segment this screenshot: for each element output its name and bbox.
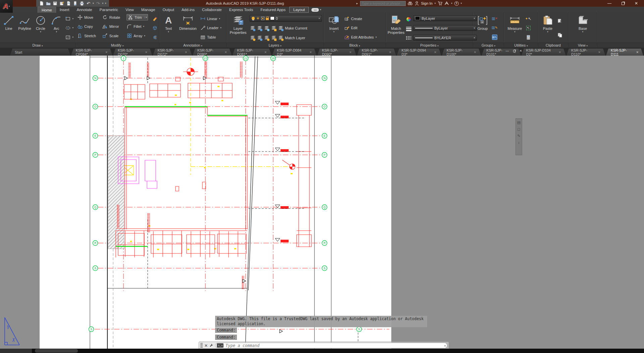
base-dropdown[interactable]: ▾ (582, 31, 584, 33)
leader-button[interactable]: Leader▾ (200, 25, 225, 31)
select-similar-button[interactable]: ✦↖ (526, 16, 531, 21)
match-properties-button[interactable]: Match Properties (388, 13, 404, 43)
circle-button[interactable]: Circle ▾ (34, 13, 48, 43)
leader-dropdown[interactable]: ▾ (220, 27, 221, 29)
tab-output[interactable]: Output (159, 7, 178, 13)
help-search-input[interactable] (360, 1, 406, 6)
group-edit-button[interactable]: ⊞✎ (492, 25, 497, 31)
application-menu-button[interactable]: A ▾ (0, 0, 13, 13)
panel-label-clipboard[interactable]: Clipboard (538, 43, 568, 48)
ribbon-display-toggle[interactable]: ••• (311, 8, 319, 12)
dimension-button[interactable]: Dimension (178, 13, 198, 43)
close-button[interactable]: ✕ (635, 1, 638, 5)
offset-button[interactable] (152, 35, 157, 40)
tab-close-icon[interactable]: ✕ (225, 51, 227, 54)
text-dropdown[interactable]: ▾ (168, 31, 169, 33)
tab-express-tools[interactable]: Express Tools (226, 7, 257, 13)
make-current-button[interactable]: Make Current (250, 25, 322, 31)
stretch-button[interactable]: Stretch (77, 33, 98, 39)
lineweight-icon[interactable] (406, 27, 411, 31)
minimize-button[interactable]: — (607, 1, 611, 5)
lineweight-selector[interactable]: ByLayer ▾ (413, 25, 477, 31)
base-button[interactable]: Base ▾ (575, 13, 591, 43)
color-wheel-icon[interactable] (406, 17, 411, 22)
tab-close-icon[interactable]: ✕ (264, 51, 267, 54)
tab-close-icon[interactable]: ✕ (349, 51, 352, 54)
edit-block-button[interactable]: Edit (344, 25, 384, 31)
file-tab[interactable]: KSR-SJP-D081*✕ (233, 49, 272, 56)
command-recent-toggle-icon[interactable]: ▴ (444, 344, 446, 347)
tab-parametric[interactable]: Parametric (96, 7, 122, 13)
tab-add-ins[interactable]: Add-ins (178, 7, 198, 13)
quick-calc-button[interactable] (526, 35, 531, 40)
fillet-button[interactable]: Fillet▾ (127, 23, 150, 30)
linetype-icon[interactable] (406, 36, 411, 40)
cut-button[interactable] (557, 18, 562, 24)
group-button[interactable]: Group (475, 13, 490, 43)
file-tab[interactable]: KSR-SJP-D110*✕ (566, 49, 605, 56)
tab-close-icon[interactable]: ✕ (598, 51, 601, 54)
hatch-dropdown[interactable]: ▾ (72, 36, 74, 38)
tab-view[interactable]: View (122, 7, 138, 13)
panel-label-block[interactable]: Block (324, 43, 386, 48)
file-tab-start[interactable]: Start (10, 49, 70, 56)
drawing-canvas[interactable]: NNOOEEPPQQRRSS2232128SS (0, 56, 644, 349)
linear-dropdown[interactable]: ▾ (219, 18, 220, 20)
command-input[interactable] (226, 343, 442, 348)
sign-in-dropdown[interactable]: ▾ (435, 2, 436, 5)
palette-blocks-icon[interactable]: ◻ (517, 127, 520, 131)
command-drag-handle[interactable] (200, 343, 203, 348)
edit-attributes-button[interactable]: Edit Attributes▾ (344, 34, 384, 41)
drawing-close-button[interactable]: ✕ (519, 49, 522, 53)
file-tab[interactable]: KSR-SJP-D104 D2*✕ (522, 49, 566, 56)
erase-button[interactable] (152, 16, 157, 21)
help-dropdown[interactable]: ▾ (461, 2, 462, 5)
file-tab[interactable]: KSR-SJP-CP084*✕ (71, 49, 112, 56)
array-button[interactable]: Array▾ (127, 33, 150, 39)
text-button[interactable]: A Text ▾ (161, 13, 176, 43)
sign-in-label[interactable]: Sign In (421, 1, 433, 5)
drawing-minimize-button[interactable]: — (506, 49, 509, 53)
copy-clip-button[interactable] (557, 32, 562, 38)
tab-close-icon[interactable]: ✕ (309, 51, 312, 54)
tab-close-icon[interactable]: ✕ (474, 51, 477, 54)
search-button[interactable] (408, 1, 412, 6)
table-button[interactable]: Table (200, 34, 225, 41)
rectangle-button[interactable]: ▾ (65, 15, 74, 22)
tab-close-icon[interactable]: ✕ (105, 51, 108, 54)
layer-selector-dropdown[interactable]: ▾ (318, 17, 320, 19)
line-button[interactable]: Line (2, 13, 16, 43)
edit-attributes-dropdown[interactable]: ▾ (376, 36, 377, 38)
object-color-selector[interactable]: ByLayer ▾ (413, 15, 477, 21)
panel-label-groups[interactable]: Groups (473, 43, 504, 48)
app-store-button[interactable] (438, 1, 442, 6)
array-dropdown[interactable]: ▾ (144, 35, 145, 37)
tab-close-icon[interactable]: ✕ (434, 51, 437, 54)
palette-edit-icon[interactable]: ✎ (517, 134, 520, 138)
insert-button[interactable]: Insert ▾ (326, 13, 342, 43)
ungroup-button[interactable]: ⊞✕ (492, 16, 497, 21)
help-button[interactable]: ? (454, 1, 459, 6)
group-select-toggle[interactable]: ⊞↖ (492, 35, 497, 40)
drawing-area[interactable]: NNOOEEPPQQRRSS2232128SS Y X ▤ ◻ ✎ ↕ Auto… (0, 56, 644, 349)
tab-close-icon[interactable]: ✕ (636, 51, 639, 54)
ellipse-button[interactable]: ▾ (65, 25, 74, 31)
panel-label-utilities[interactable]: Utilities (504, 43, 538, 48)
sign-in-button[interactable] (414, 1, 419, 6)
tab-close-icon[interactable]: ✕ (185, 51, 188, 54)
tab-close-icon[interactable]: ✕ (389, 51, 392, 54)
command-customize-wrench-icon[interactable] (209, 343, 213, 348)
tab-manage[interactable]: Manage (138, 7, 159, 13)
panel-label-properties[interactable]: Properties (386, 43, 473, 48)
drawing-restore-button[interactable] (513, 50, 515, 52)
autodesk-dropdown[interactable]: ▾ (451, 2, 452, 5)
create-block-button[interactable]: Create (344, 15, 384, 22)
panel-label-annotation[interactable]: Annotation (159, 43, 226, 48)
copy-button[interactable]: Copy (77, 23, 98, 30)
palette-autohide-icon[interactable]: ↕ (518, 141, 520, 144)
tab-home[interactable]: Home (38, 7, 56, 13)
rotate-button[interactable]: Rotate (102, 14, 122, 20)
circle-dropdown[interactable]: ▾ (40, 31, 41, 33)
anchored-palette-bar[interactable]: ▤ ◻ ✎ ↕ (515, 118, 522, 155)
file-tab[interactable]: KSR-SJP-D111✕ (606, 49, 643, 56)
